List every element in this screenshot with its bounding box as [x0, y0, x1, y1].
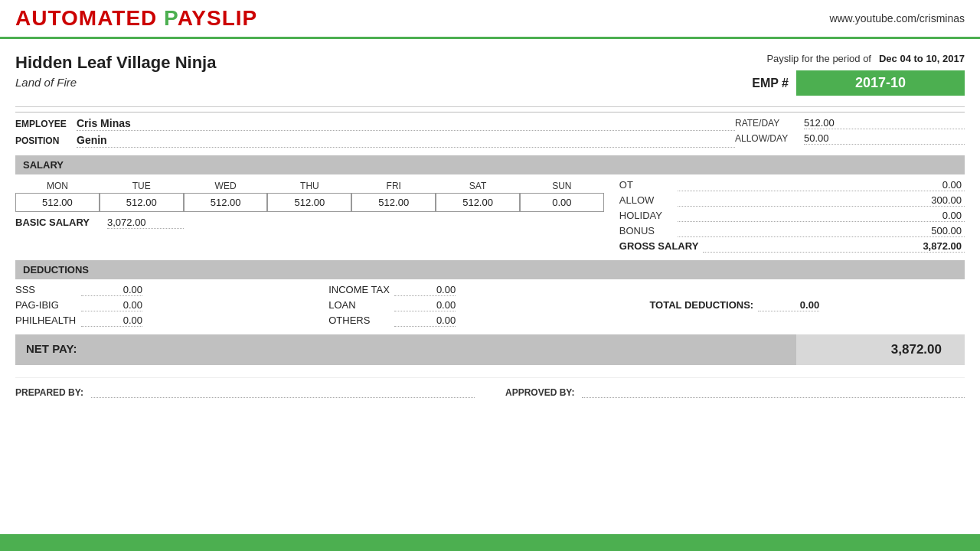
- day-header-mon: MON: [15, 179, 100, 193]
- net-pay-value: 3,872.00: [796, 334, 965, 365]
- prepared-by-label: PREPARED BY:: [15, 387, 83, 398]
- period-label: Payslip for the period of: [766, 53, 871, 64]
- salary-header: SALARY: [15, 155, 965, 174]
- prepared-by-line: [91, 384, 475, 398]
- signatures: PREPARED BY: APPROVED BY:: [15, 377, 965, 398]
- company-name: Hidden Leaf Village Ninja: [15, 53, 216, 73]
- philhealth-row: PHILHEALTH 0.00: [15, 315, 321, 327]
- employee-info: EMPLOYEE Cris Minas POSITION Genin RATE/…: [15, 112, 965, 148]
- allow-ot-label: ALLOW: [619, 194, 673, 206]
- day-header-thu: THU: [267, 179, 351, 193]
- rate-row: RATE/DAY 512.00: [735, 117, 965, 129]
- allow-value: 50.00: [804, 132, 965, 145]
- ded-col-mid: INCOME TAX 0.00 LOAN 0.00 OTHERS 0.00: [328, 284, 642, 327]
- total-ded-area: TOTAL DEDUCTIONS: 0.00: [642, 284, 965, 327]
- sss-value: 0.00: [81, 284, 142, 296]
- employee-position: Genin: [77, 134, 735, 148]
- pagibig-row: PAG-IBIG 0.00: [15, 299, 321, 311]
- others-row: OTHERS 0.00: [328, 315, 634, 327]
- net-pay-bar: NET PAY: 3,872.00: [15, 334, 965, 365]
- website-url: www.youtube.com/crisminas: [829, 12, 965, 24]
- payslip-info: Payslip for the period of Dec 04 to 10, …: [752, 53, 965, 96]
- others-value: 0.00: [394, 315, 456, 327]
- bonus-label: BONUS: [619, 225, 673, 236]
- app-title: AUTOMATED PAYSLIP: [15, 6, 257, 31]
- allow-ot-value: 300.00: [678, 194, 965, 207]
- ded-col-left: SSS 0.00 PAG-IBIG 0.00 PHILHEALTH 0.00: [15, 284, 328, 327]
- company-info: Hidden Leaf Village Ninja Land of Fire: [15, 53, 216, 89]
- gross-value: 3,872.00: [703, 240, 965, 253]
- emp-value-box: 2017-10: [796, 70, 965, 96]
- day-cell-thu: 512.00: [267, 193, 351, 212]
- day-header-tue: TUE: [100, 179, 184, 193]
- day-cell-tue: 512.00: [100, 193, 184, 212]
- holiday-label: HOLIDAY: [619, 210, 673, 221]
- pagibig-value: 0.00: [81, 299, 142, 311]
- basic-salary-row: BASIC SALARY 3,072.00: [15, 217, 604, 229]
- bonus-value: 500.00: [678, 225, 965, 237]
- employee-name: Cris Minas: [77, 117, 735, 131]
- employee-name-row: EMPLOYEE Cris Minas: [15, 117, 735, 131]
- employee-position-row: POSITION Genin: [15, 134, 735, 148]
- holiday-value: 0.00: [678, 210, 965, 222]
- loan-row: LOAN 0.00: [328, 299, 634, 311]
- position-label: POSITION: [15, 135, 69, 146]
- emp-row: EMP # 2017-10: [752, 70, 965, 96]
- allow-label: ALLOW/DAY: [735, 133, 796, 144]
- bonus-row: BONUS 500.00: [619, 225, 965, 237]
- days-grid: MON TUE WED THU FRI SAT SUN 512.00 512.0…: [15, 179, 604, 212]
- top-bar: AUTOMATED PAYSLIP www.youtube.com/crismi…: [0, 0, 980, 39]
- basic-salary-label: BASIC SALARY: [15, 217, 100, 228]
- company-header: Hidden Leaf Village Ninja Land of Fire P…: [15, 53, 965, 96]
- pagibig-label: PAG-IBIG: [15, 299, 77, 311]
- deductions-header: DEDUCTIONS: [15, 260, 965, 279]
- loan-value: 0.00: [394, 299, 456, 311]
- allow-row: ALLOW/DAY 50.00: [735, 132, 965, 145]
- gross-label: GROSS SALARY: [619, 240, 699, 252]
- sss-row: SSS 0.00: [15, 284, 321, 296]
- ot-value: 0.00: [678, 179, 965, 191]
- gross-row: GROSS SALARY 3,872.00: [619, 240, 965, 253]
- philhealth-label: PHILHEALTH: [15, 315, 77, 326]
- total-ded-row: TOTAL DEDUCTIONS: 0.00: [649, 299, 819, 311]
- approved-by-field: APPROVED BY:: [505, 384, 965, 398]
- prepared-by-field: PREPARED BY:: [15, 384, 475, 398]
- ot-row: OT 0.00: [619, 179, 965, 191]
- income-tax-row: INCOME TAX 0.00: [328, 284, 634, 296]
- rate-label: RATE/DAY: [735, 118, 796, 129]
- day-cell-fri: 512.00: [351, 193, 436, 212]
- rate-value: 512.00: [804, 117, 965, 129]
- total-ded-value: 0.00: [758, 299, 819, 311]
- philhealth-value: 0.00: [81, 315, 142, 327]
- net-pay-label: NET PAY:: [15, 334, 796, 365]
- day-cell-sun: 0.00: [520, 193, 604, 212]
- day-header-sun: SUN: [520, 179, 604, 193]
- salary-section: SALARY MON TUE WED THU FRI SAT SUN 512.0…: [15, 155, 965, 253]
- day-header-fri: FRI: [351, 179, 436, 193]
- rate-group: RATE/DAY 512.00 ALLOW/DAY 50.00: [735, 117, 965, 148]
- day-cell-wed: 512.00: [184, 193, 268, 212]
- day-cell-mon: 512.00: [15, 193, 100, 212]
- others-label: OTHERS: [328, 315, 390, 326]
- period-value: Dec 04 to 10, 2017: [879, 53, 965, 64]
- day-header-sat: SAT: [436, 179, 520, 193]
- bottom-bar: [0, 534, 980, 551]
- main-content: Hidden Leaf Village Ninja Land of Fire P…: [0, 39, 980, 398]
- approved-by-line: [582, 384, 965, 398]
- sss-label: SSS: [15, 284, 77, 295]
- holiday-row: HOLIDAY 0.00: [619, 210, 965, 222]
- deductions-grid: SSS 0.00 PAG-IBIG 0.00 PHILHEALTH 0.00 I…: [15, 284, 965, 327]
- emp-label: EMP #: [752, 77, 789, 90]
- payslip-period-row: Payslip for the period of Dec 04 to 10, …: [752, 53, 965, 64]
- income-tax-value: 0.00: [394, 284, 456, 296]
- deductions-section: DEDUCTIONS SSS 0.00 PAG-IBIG 0.00 PHILHE…: [15, 260, 965, 327]
- ot-label: OT: [619, 179, 673, 191]
- company-sub: Land of Fire: [15, 76, 216, 89]
- approved-by-label: APPROVED BY:: [505, 387, 574, 398]
- allow-ot-row: ALLOW 300.00: [619, 194, 965, 207]
- income-tax-label: INCOME TAX: [328, 284, 390, 295]
- ot-area: OT 0.00 ALLOW 300.00 HOLIDAY 0.00 BONUS …: [604, 179, 965, 253]
- loan-label: LOAN: [328, 299, 390, 311]
- day-cell-sat: 512.00: [436, 193, 520, 212]
- employee-label: EMPLOYEE: [15, 119, 69, 129]
